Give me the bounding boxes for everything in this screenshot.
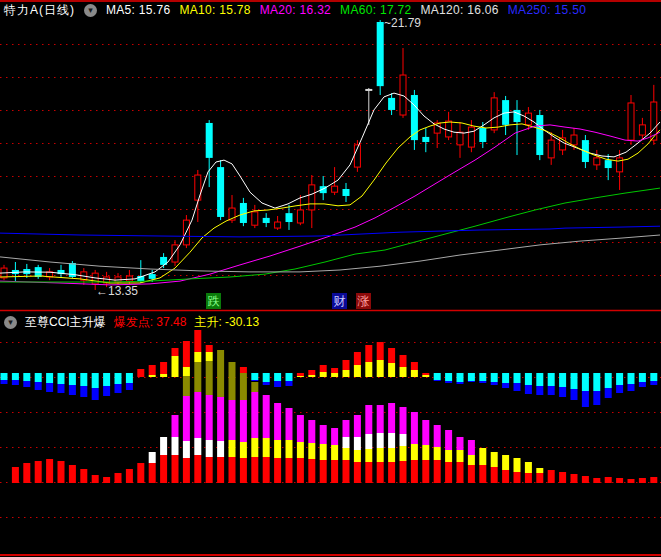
indicator-stack-segment xyxy=(422,460,429,483)
indicator-area[interactable] xyxy=(0,331,661,553)
indicator-stack-segment xyxy=(422,420,429,445)
indicator-stack-segment xyxy=(343,420,350,437)
oscillator-bar-blue xyxy=(582,391,589,407)
candle-body-down xyxy=(479,128,486,142)
oscillator-bar-yellow xyxy=(308,375,315,377)
indicator-stack-segment xyxy=(240,367,247,373)
oscillator-bar-blue xyxy=(35,382,42,390)
oscillator-bar-red xyxy=(137,369,144,377)
oscillator-bar-cyan xyxy=(536,373,543,386)
indicator-stack-segment xyxy=(183,376,190,396)
indicator-stack-segment xyxy=(69,465,76,483)
oscillator-bar-yellow xyxy=(297,376,304,377)
indicator-stack-segment xyxy=(365,434,372,449)
oscillator-bar-cyan xyxy=(525,373,532,385)
oscillator-bar-cyan xyxy=(457,373,464,382)
oscillator-bar-blue xyxy=(605,388,612,398)
indicator-stack-segment xyxy=(286,458,293,483)
indicator-stack-segment xyxy=(491,467,498,483)
oscillator-bar-blue xyxy=(46,383,53,392)
oscillator-bar-blue xyxy=(58,384,65,393)
oscillator-bar-blue xyxy=(12,380,19,385)
candle-body-up xyxy=(309,185,315,210)
indicator-stack-segment xyxy=(400,461,407,483)
oscillator-bar-red xyxy=(400,355,407,367)
ma120-label: MA120: 16.06 xyxy=(420,3,498,17)
ma10-label: MA10: 15.78 xyxy=(179,3,250,17)
oscillator-bar-cyan xyxy=(628,373,635,384)
oscillator-bar-blue xyxy=(548,386,555,395)
chevron-down-icon[interactable]: ▾ xyxy=(84,4,97,17)
oscillator-bar-cyan xyxy=(35,373,42,382)
indicator-param-baofadian: 爆发点: 37.48 xyxy=(114,314,187,331)
indicator-stack-segment xyxy=(559,472,566,483)
indicator-stack-segment xyxy=(206,361,213,395)
indicator-stack-segment xyxy=(320,425,327,444)
oscillator-bar-blue xyxy=(628,384,635,391)
candle-body-up xyxy=(252,212,258,225)
indicator-stack-segment xyxy=(605,477,612,483)
oscillator-bar-cyan xyxy=(263,373,270,382)
indicator-stack-segment xyxy=(229,362,236,400)
indicator-stack-segment xyxy=(229,400,236,440)
oscillator-bar-red xyxy=(343,360,350,370)
indicator-stack-segment xyxy=(297,442,304,458)
candle-body-down xyxy=(206,123,213,158)
oscillator-bar-cyan xyxy=(69,373,76,385)
indicator-stack-segment xyxy=(377,448,384,462)
candle-body-down xyxy=(343,189,350,196)
indicator-stack-segment xyxy=(445,450,452,462)
indicator-stack-segment xyxy=(525,473,532,483)
oscillator-bar-blue xyxy=(571,389,578,400)
indicator-stack-segment xyxy=(160,455,167,483)
oscillator-bar-blue xyxy=(525,385,532,394)
oscillator-bar-blue xyxy=(514,383,521,391)
indicator-stack-segment xyxy=(206,345,213,352)
indicator-stack-segment xyxy=(514,458,521,472)
candle-body-up xyxy=(126,276,132,281)
indicator-stack-segment xyxy=(388,403,395,433)
indicator-stack-segment xyxy=(457,462,464,483)
oscillator-bar-cyan xyxy=(605,373,612,388)
indicator-stack-segment xyxy=(183,367,190,376)
oscillator-bar-red xyxy=(308,370,315,375)
indicator-header: ▾ 至尊CCI主升爆 爆发点: 37.48 主升: -30.13 xyxy=(4,314,259,330)
oscillator-bar-yellow xyxy=(172,356,179,377)
indicator-stack-segment xyxy=(58,461,65,483)
candle-body-up xyxy=(594,158,600,165)
chevron-down-icon[interactable]: ▾ xyxy=(4,316,17,329)
indicator-stack-segment xyxy=(468,465,475,483)
oscillator-bar-blue xyxy=(457,382,464,384)
indicator-stack-segment xyxy=(434,425,441,447)
oscillator-bar-red xyxy=(149,365,156,375)
indicator-stack-segment xyxy=(331,428,338,445)
oscillator-bar-cyan xyxy=(571,373,578,389)
candle-body-down xyxy=(263,218,270,223)
indicator-stack-segment xyxy=(183,441,190,458)
main-chart-header: 特力A(日线) ▾ MA5: 15.76 MA10: 15.78 MA20: 1… xyxy=(4,2,586,18)
indicator-stack-segment xyxy=(206,440,213,457)
indicator-stack-segment xyxy=(479,465,486,483)
marker-zhang: 涨 xyxy=(356,293,371,309)
indicator-stack-segment xyxy=(616,478,623,483)
indicator-stack-segment xyxy=(639,478,646,483)
marker-die: 跌 xyxy=(206,293,221,309)
oscillator-bar-yellow xyxy=(422,375,429,377)
indicator-stack-segment xyxy=(377,433,384,448)
indicator-stack-segment xyxy=(194,330,201,352)
indicator-stack-segment xyxy=(263,438,270,457)
candle-body-up xyxy=(297,210,303,223)
indicator-stack-segment xyxy=(411,460,418,483)
oscillator-bar-red xyxy=(422,373,429,375)
indicator-stack-segment xyxy=(274,403,281,440)
oscillator-bar-blue xyxy=(434,380,441,381)
oscillator-bar-blue xyxy=(286,381,293,386)
indicator-stack-segment xyxy=(194,352,201,362)
indicator-name: 至尊CCI主升爆 xyxy=(25,314,106,331)
indicator-stack-segment xyxy=(172,415,179,437)
indicator-stack-segment xyxy=(251,392,258,438)
indicator-stack-segment xyxy=(343,460,350,483)
oscillator-bar-cyan xyxy=(479,373,486,381)
oscillator-bar-yellow xyxy=(388,363,395,377)
indicator-stack-segment xyxy=(126,469,133,483)
